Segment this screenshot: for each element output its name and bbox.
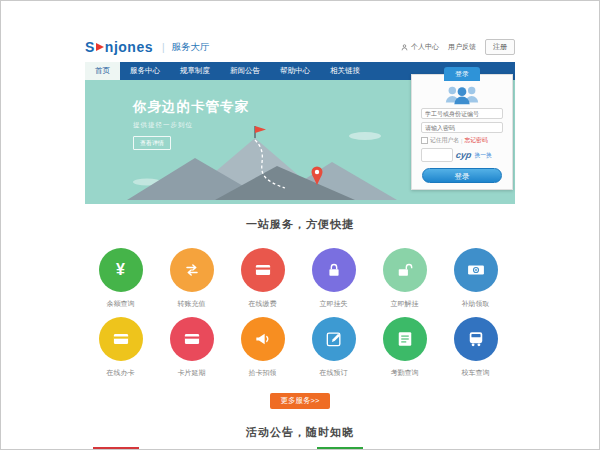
forgot-password-link[interactable]: 忘记密码 xyxy=(465,136,488,145)
service-item[interactable]: 转账充值 xyxy=(156,240,227,309)
service-label: 校车查询 xyxy=(462,368,490,378)
service-label: 余额查询 xyxy=(107,299,135,309)
service-label: 立即解挂 xyxy=(391,299,419,309)
nav-item[interactable]: 相关链接 xyxy=(320,62,370,80)
nav-item[interactable]: 规章制度 xyxy=(170,62,220,80)
unlock-icon xyxy=(383,248,427,292)
logo-text: S xyxy=(85,39,95,55)
personal-center-link[interactable]: 个人中心 xyxy=(400,42,439,52)
header: Snjones | 服务大厅 个人中心 用户反馈 注册 xyxy=(85,1,515,62)
nav-item[interactable]: 帮助中心 xyxy=(270,62,320,80)
person-icon xyxy=(400,43,409,52)
site-name: 服务大厅 xyxy=(172,41,210,54)
login-submit-button[interactable]: 登录 xyxy=(422,168,502,183)
bus-icon xyxy=(454,317,498,361)
captcha-input[interactable] xyxy=(421,148,453,162)
user-feedback-link[interactable]: 用户反馈 xyxy=(448,42,476,52)
service-label: 考勤查询 xyxy=(391,368,419,378)
remember-checkbox[interactable] xyxy=(421,137,428,144)
edit-icon xyxy=(312,317,356,361)
card-icon xyxy=(241,248,285,292)
transfer-icon xyxy=(170,248,214,292)
megaphone-icon xyxy=(241,317,285,361)
services-heading: 一站服务，方便快捷 xyxy=(85,217,515,232)
username-input[interactable] xyxy=(421,108,503,119)
service-label: 在线预订 xyxy=(320,368,348,378)
card-icon xyxy=(99,317,143,361)
service-item[interactable]: 卡片延期 xyxy=(156,309,227,378)
service-item[interactable]: 在线办卡 xyxy=(85,309,156,378)
hero-detail-button[interactable]: 查看详情 xyxy=(133,136,171,150)
service-item[interactable]: 在线缴费 xyxy=(227,240,298,309)
users-icon xyxy=(412,84,512,105)
service-label: 转账充值 xyxy=(178,299,206,309)
more-services-wrap: 更多服务>> xyxy=(85,389,515,409)
service-item[interactable]: 考勤查询 xyxy=(369,309,440,378)
nav-item[interactable]: 新闻公告 xyxy=(220,62,270,80)
service-label: 补助领取 xyxy=(462,299,490,309)
header-links: 个人中心 用户反馈 注册 xyxy=(391,39,515,55)
options-separator: | xyxy=(461,138,463,144)
service-label: 卡片延期 xyxy=(178,368,206,378)
nav-item[interactable]: 服务中心 xyxy=(120,62,170,80)
service-item[interactable]: ¥ 余额查询 xyxy=(85,240,156,309)
service-item[interactable]: 立即挂失 xyxy=(298,240,369,309)
captcha-refresh-link[interactable]: 换一换 xyxy=(475,151,492,160)
service-label: 在线办卡 xyxy=(107,368,135,378)
service-label: 拾卡招领 xyxy=(249,368,277,378)
logo-divider: | xyxy=(162,42,165,53)
list-icon xyxy=(383,317,427,361)
hero-title: 你身边的卡管专家 xyxy=(133,98,249,116)
lock-icon xyxy=(312,248,356,292)
service-item[interactable]: 立即解挂 xyxy=(369,240,440,309)
announcements-heading: 活动公告，随时知晓 xyxy=(85,425,515,440)
banknote-icon xyxy=(454,248,498,292)
logo-arrow-icon xyxy=(96,43,104,51)
more-services-button[interactable]: 更多服务>> xyxy=(270,393,331,409)
login-tab[interactable]: 登录 xyxy=(444,67,480,81)
service-item[interactable]: 在线预订 xyxy=(298,309,369,378)
register-button[interactable]: 注册 xyxy=(485,39,515,55)
password-input[interactable] xyxy=(421,122,503,133)
service-item[interactable]: 校车查询 xyxy=(440,309,511,378)
card-icon xyxy=(170,317,214,361)
service-item[interactable]: 拾卡招领 xyxy=(227,309,298,378)
page: Snjones | 服务大厅 个人中心 用户反馈 注册 首页服务中心规章制度新闻… xyxy=(0,0,600,450)
logo-text-rest: njones xyxy=(105,39,153,55)
captcha-row: cyp 换一换 xyxy=(421,148,503,162)
hero-text: 你身边的卡管专家 提供捷径一步到位 查看详情 xyxy=(133,98,249,150)
hero-banner: 你身边的卡管专家 提供捷径一步到位 查看详情 登录 记 xyxy=(85,80,515,204)
logo[interactable]: Snjones | 服务大厅 xyxy=(85,39,210,55)
services-grid: ¥ 余额查询 转账充值 在线缴费 立即挂失 立即解挂 补助领取 xyxy=(85,240,515,378)
login-options-row: 记住用户名 | 忘记密码 xyxy=(421,136,503,145)
service-label: 在线缴费 xyxy=(249,299,277,309)
remember-label: 记住用户名 xyxy=(430,136,459,145)
login-panel: 登录 记住用户名 | 忘记密码 xyxy=(411,74,513,190)
hero-subtitle: 提供捷径一步到位 xyxy=(133,121,249,130)
service-label: 立即挂失 xyxy=(320,299,348,309)
yen-icon: ¥ xyxy=(99,248,143,292)
nav-item[interactable]: 首页 xyxy=(85,62,120,80)
captcha-image[interactable]: cyp xyxy=(455,150,472,160)
service-item[interactable]: 补助领取 xyxy=(440,240,511,309)
